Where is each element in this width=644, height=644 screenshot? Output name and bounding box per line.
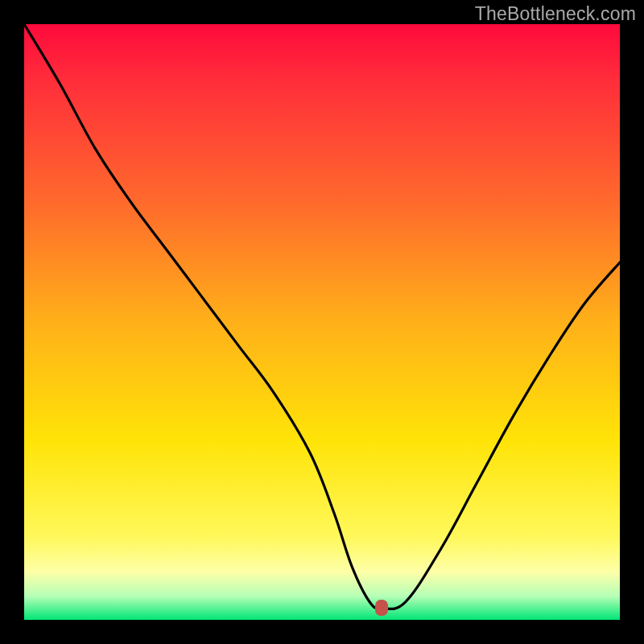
plot-area — [24, 24, 620, 620]
bottleneck-curve — [24, 24, 620, 620]
optimal-marker — [375, 600, 388, 616]
watermark-text: TheBottleneck.com — [475, 3, 636, 25]
chart-frame: TheBottleneck.com — [0, 0, 644, 644]
